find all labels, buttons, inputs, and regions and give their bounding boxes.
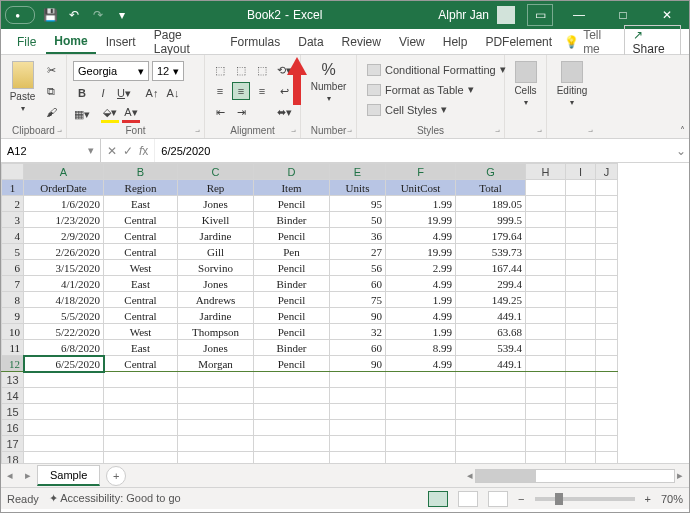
- cell[interactable]: [456, 372, 526, 388]
- row-header[interactable]: 9: [2, 308, 24, 324]
- undo-icon[interactable]: ↶: [65, 6, 83, 24]
- cell[interactable]: 3/15/2020: [24, 260, 104, 276]
- cell[interactable]: [596, 308, 618, 324]
- cell[interactable]: 2/9/2020: [24, 228, 104, 244]
- cell[interactable]: [104, 404, 178, 420]
- row-header[interactable]: 8: [2, 292, 24, 308]
- cell[interactable]: [526, 452, 566, 464]
- font-size-select[interactable]: 12▾: [152, 61, 184, 81]
- conditional-formatting-button[interactable]: Conditional Formatting▾: [363, 61, 510, 78]
- cell[interactable]: 19.99: [386, 244, 456, 260]
- cell[interactable]: 4.99: [386, 356, 456, 372]
- cell[interactable]: [566, 452, 596, 464]
- cell[interactable]: 4/18/2020: [24, 292, 104, 308]
- cell[interactable]: 449.1: [456, 356, 526, 372]
- row-header[interactable]: 6: [2, 260, 24, 276]
- cell[interactable]: [178, 404, 254, 420]
- cell[interactable]: [24, 404, 104, 420]
- cell[interactable]: 5/22/2020: [24, 324, 104, 340]
- format-painter-icon[interactable]: 🖌: [42, 103, 60, 121]
- tab-insert[interactable]: Insert: [98, 31, 144, 53]
- cell[interactable]: Binder: [254, 212, 330, 228]
- cell[interactable]: [254, 404, 330, 420]
- cell[interactable]: 6/8/2020: [24, 340, 104, 356]
- cell[interactable]: Central: [104, 244, 178, 260]
- cell[interactable]: 1.99: [386, 196, 456, 212]
- add-sheet-button[interactable]: +: [106, 466, 126, 486]
- cell[interactable]: [104, 388, 178, 404]
- cell[interactable]: [254, 388, 330, 404]
- autosave-toggle[interactable]: ●: [5, 6, 35, 24]
- cell[interactable]: [566, 340, 596, 356]
- row-header[interactable]: 16: [2, 420, 24, 436]
- cell[interactable]: [596, 260, 618, 276]
- cell[interactable]: Pencil: [254, 324, 330, 340]
- cancel-formula-icon[interactable]: ✕: [107, 144, 117, 158]
- cell[interactable]: [386, 436, 456, 452]
- row-header[interactable]: 18: [2, 452, 24, 464]
- cell[interactable]: [596, 228, 618, 244]
- row-header[interactable]: 14: [2, 388, 24, 404]
- cell[interactable]: 6/25/2020: [24, 356, 104, 372]
- cell[interactable]: [566, 436, 596, 452]
- align-left-icon[interactable]: ≡: [211, 82, 229, 100]
- grow-font-icon[interactable]: A↑: [143, 84, 161, 102]
- cut-icon[interactable]: ✂: [42, 61, 60, 79]
- qat-more-icon[interactable]: ▾: [113, 6, 131, 24]
- tab-file[interactable]: File: [9, 31, 44, 53]
- collapse-ribbon-icon[interactable]: ˄: [680, 125, 685, 136]
- tab-home[interactable]: Home: [46, 30, 95, 54]
- cell[interactable]: OrderDate: [24, 180, 104, 196]
- cell[interactable]: [24, 388, 104, 404]
- zoom-out-icon[interactable]: −: [518, 493, 524, 505]
- cell[interactable]: 36: [330, 228, 386, 244]
- cell[interactable]: [596, 420, 618, 436]
- cell-styles-button[interactable]: Cell Styles▾: [363, 101, 510, 118]
- col-header-J[interactable]: J: [596, 164, 618, 180]
- cell[interactable]: [526, 436, 566, 452]
- fill-color-icon[interactable]: ⬙▾: [101, 105, 119, 123]
- cell[interactable]: 299.4: [456, 276, 526, 292]
- cell[interactable]: Pencil: [254, 228, 330, 244]
- name-box[interactable]: A12▾: [1, 139, 101, 162]
- sheet-nav-prev-icon[interactable]: ◂: [1, 469, 19, 482]
- ribbon-display-icon[interactable]: ▭: [527, 4, 553, 26]
- cell[interactable]: [178, 436, 254, 452]
- cell[interactable]: [526, 356, 566, 372]
- tab-pdfelement[interactable]: PDFelement: [477, 31, 560, 53]
- redo-icon[interactable]: ↷: [89, 6, 107, 24]
- cell[interactable]: 539.73: [456, 244, 526, 260]
- cell[interactable]: 149.25: [456, 292, 526, 308]
- cell[interactable]: [596, 372, 618, 388]
- cell[interactable]: 56: [330, 260, 386, 276]
- cell[interactable]: Pencil: [254, 292, 330, 308]
- cell[interactable]: [596, 180, 618, 196]
- cell[interactable]: [386, 452, 456, 464]
- paste-button[interactable]: Paste▾: [7, 61, 38, 113]
- cell[interactable]: Central: [104, 308, 178, 324]
- cell[interactable]: [526, 340, 566, 356]
- sheet-nav-next-icon[interactable]: ▸: [19, 469, 37, 482]
- cell[interactable]: [456, 388, 526, 404]
- cell[interactable]: [566, 212, 596, 228]
- cell[interactable]: [24, 420, 104, 436]
- row-header[interactable]: 11: [2, 340, 24, 356]
- cell[interactable]: [596, 356, 618, 372]
- align-right-icon[interactable]: ≡: [253, 82, 271, 100]
- cell[interactable]: [24, 436, 104, 452]
- cell[interactable]: 1.99: [386, 292, 456, 308]
- fx-icon[interactable]: fx: [139, 144, 148, 158]
- col-header-F[interactable]: F: [386, 164, 456, 180]
- cell[interactable]: [178, 452, 254, 464]
- cell[interactable]: [566, 260, 596, 276]
- cell[interactable]: [526, 388, 566, 404]
- cell[interactable]: 60: [330, 276, 386, 292]
- col-header-D[interactable]: D: [254, 164, 330, 180]
- row-header[interactable]: 5: [2, 244, 24, 260]
- cell[interactable]: [526, 420, 566, 436]
- cell[interactable]: West: [104, 324, 178, 340]
- cell[interactable]: 1.99: [386, 324, 456, 340]
- cell[interactable]: 167.44: [456, 260, 526, 276]
- cell[interactable]: Region: [104, 180, 178, 196]
- cell[interactable]: East: [104, 196, 178, 212]
